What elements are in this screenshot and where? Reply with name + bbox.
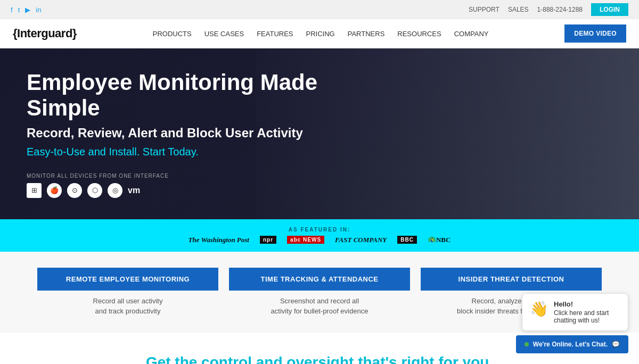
abc-news-logo: abc NEWS bbox=[287, 236, 324, 244]
monitor-label: MONITOR ALL DEVICES FROM ONE INTERFACE bbox=[27, 173, 346, 179]
sales-link[interactable]: SALES bbox=[508, 6, 529, 13]
feature-card-remote: REMOTE EMPLOYEE MONITORING Record all us… bbox=[37, 268, 218, 317]
nbc-logo: 🦚NBC bbox=[428, 236, 450, 244]
fast-company-logo: FAST COMPANY bbox=[335, 236, 387, 244]
windows-icon: ⊞ bbox=[27, 183, 42, 198]
washington-post-logo: The Washington Post bbox=[189, 236, 249, 244]
chat-text: Hello! Click here and start chatting wit… bbox=[554, 300, 620, 324]
hero-subtitle: Record, Review, Alert and Block User Act… bbox=[27, 126, 346, 140]
bbc-logo: BBC bbox=[397, 236, 417, 244]
apple-icon: 🍎 bbox=[47, 183, 62, 198]
login-button[interactable]: LOGIN bbox=[591, 3, 628, 16]
cta-title: Get the control and oversight that's rig… bbox=[21, 354, 618, 364]
time-tracking-button[interactable]: TIME TRACKING & ATTENDANCE bbox=[229, 268, 410, 291]
chat-emoji: 👋 bbox=[530, 300, 548, 318]
nav-products[interactable]: PRODUCTS bbox=[153, 30, 192, 38]
vmware-icon: vm bbox=[128, 186, 140, 195]
insider-threat-button[interactable]: INSIDER THREAT DETECTION bbox=[421, 268, 602, 291]
chat-widget: 👋 Hello! Click here and start chatting w… bbox=[516, 293, 628, 353]
featured-bar: AS FEATURED IN: The Washington Post npr … bbox=[0, 219, 639, 252]
nav-company[interactable]: COMPANY bbox=[454, 30, 489, 38]
logo[interactable]: {Interguard} bbox=[13, 27, 77, 40]
chat-icon: 💬 bbox=[612, 341, 620, 348]
linkedin-icon[interactable]: in bbox=[36, 6, 41, 14]
online-indicator bbox=[525, 342, 529, 346]
npr-logo: npr bbox=[260, 236, 276, 244]
chat-online-label: We're Online. Let's Chat. bbox=[533, 341, 608, 348]
support-link[interactable]: SUPPORT bbox=[469, 6, 499, 13]
phone-number: 1-888-224-1288 bbox=[537, 6, 583, 13]
facebook-icon[interactable]: f bbox=[11, 6, 13, 14]
feature-card-time: TIME TRACKING & ATTENDANCE Screenshot an… bbox=[229, 268, 410, 317]
hero-title: Employee Monitoring Made Simple bbox=[27, 70, 346, 121]
hero-content: Employee Monitoring Made Simple Record, … bbox=[0, 48, 373, 219]
chat-bar[interactable]: We're Online. Let's Chat. 💬 bbox=[516, 335, 628, 353]
main-nav: {Interguard} PRODUCTS USE CASES FEATURES… bbox=[0, 19, 639, 48]
nav-features[interactable]: FEATURES bbox=[257, 30, 293, 38]
chat-bubble[interactable]: 👋 Hello! Click here and start chatting w… bbox=[522, 293, 628, 331]
nav-use-cases[interactable]: USE CASES bbox=[204, 30, 244, 38]
hero-tagline: Easy-to-Use and Install. Start Today. bbox=[27, 146, 346, 158]
chrome-icon: ⊙ bbox=[67, 183, 82, 198]
nav-resources[interactable]: RESOURCES bbox=[397, 30, 441, 38]
device-icons: ⊞ 🍎 ⊙ ⬡ ◎ vm bbox=[27, 183, 346, 198]
featured-label: AS FEATURED IN: bbox=[289, 227, 350, 233]
remote-monitoring-desc: Record all user activity and track produ… bbox=[93, 296, 163, 317]
utility-right: SUPPORT SALES 1-888-224-1288 LOGIN bbox=[469, 3, 628, 16]
android-icon: ⬡ bbox=[87, 183, 102, 198]
twitter-icon[interactable]: t bbox=[18, 6, 20, 14]
hero-section: Employee Monitoring Made Simple Record, … bbox=[0, 48, 639, 219]
nav-links: PRODUCTS USE CASES FEATURES PRICING PART… bbox=[153, 29, 489, 38]
featured-logos: The Washington Post npr abc NEWS FAST CO… bbox=[189, 236, 451, 244]
play-icon[interactable]: ▶ bbox=[25, 6, 30, 14]
utility-bar: f t ▶ in SUPPORT SALES 1-888-224-1288 LO… bbox=[0, 0, 639, 19]
citrix-icon: ◎ bbox=[108, 183, 122, 198]
nav-pricing[interactable]: PRICING bbox=[306, 30, 335, 38]
time-tracking-desc: Screenshot and record all activity for b… bbox=[271, 296, 368, 317]
nav-partners[interactable]: PARTNERS bbox=[348, 30, 385, 38]
remote-monitoring-button[interactable]: REMOTE EMPLOYEE MONITORING bbox=[37, 268, 218, 291]
social-icons: f t ▶ in bbox=[11, 6, 41, 14]
demo-video-button[interactable]: DEMO VIDEO bbox=[564, 24, 626, 43]
